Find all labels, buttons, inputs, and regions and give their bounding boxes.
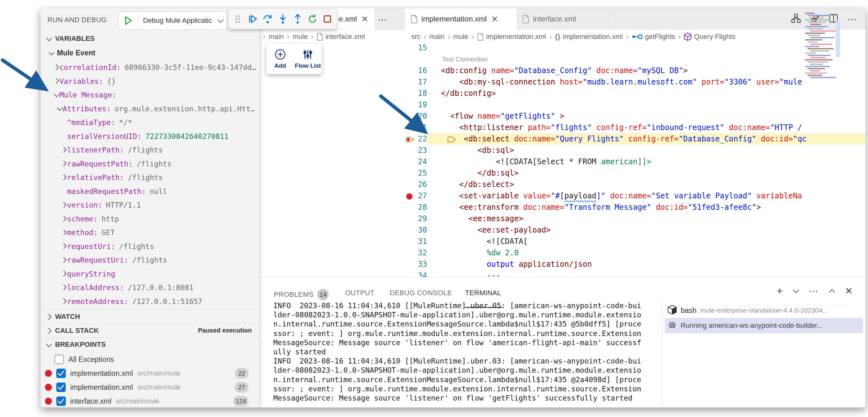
tree-label: Mule Event [57,49,95,57]
code-line-33[interactable]: 33 output application/json [405,259,865,270]
breadcrumb-separator: › [311,32,313,41]
variable-row-localaddress[interactable]: localAddress:/127.0.0.1:8081 [40,280,279,295]
variable-row-correlationid[interactable]: correlationId:68966330-3c5f-11ee-9c43-14… [40,60,271,75]
panel-tab-terminal[interactable]: TERMINAL [465,289,501,297]
more-actions-icon[interactable]: ⋯ [847,13,857,25]
breadcrumb-separator: › [287,32,289,41]
code-line-34[interactable]: 34 --- [405,270,865,277]
more-actions-icon[interactable]: ⋯ [378,14,388,25]
code-line-29[interactable]: 29 <ee:message> [405,213,865,224]
code-line-19[interactable]: 19 [405,99,865,111]
code-area[interactable]: 15Test Connection16<db:config name="Data… [405,42,865,277]
breadcrumb-item[interactable]: interface.xml [317,33,365,41]
code-line-26[interactable]: 26 </db:select> [405,179,865,190]
variable-row-scheme[interactable]: scheme:http [40,212,279,226]
code-line-25[interactable]: 25 </db:sql> [405,167,865,179]
code-line-17[interactable]: 17 <db:my-sql-connection host="mudb.lear… [405,76,865,88]
breadcrumb-item[interactable]: mule [292,33,308,41]
section-variables[interactable]: VARIABLES [40,32,259,46]
code-line-18[interactable]: 18</db:config> [405,88,865,99]
code-line-31[interactable]: 31 <![CDATA[ [405,236,865,247]
breakpoint-row[interactable]: implementation.xmlsrc/main/mule22 [40,366,259,380]
variable-row-listenerpath[interactable]: listenerPath:/flights [40,143,279,157]
breadcrumb-item[interactable]: implementation.xml [477,33,546,41]
variable-row-maskedrequestpath[interactable]: maskedRequestPath:null [40,184,279,198]
variable-row-attributes[interactable]: Attributes:org.mule.extension.http.api.H… [40,102,275,116]
all-exceptions-row[interactable]: All Exceptions [40,353,259,366]
breakpoint-row[interactable]: interface.xmlsrc/main/mule124 [40,394,259,408]
tab-implementation-xml[interactable]: implementation.xml ✕ [405,8,517,30]
breadcrumb-item[interactable]: Query Flights [684,33,736,41]
panel-tab-problems[interactable]: PROBLEMS14 [274,289,329,300]
terminal-item-1[interactable]: $bashmule-enterprise-standalone-4.4.0-20… [665,303,863,318]
drag-grip-icon[interactable] [233,13,243,24]
stop-icon[interactable] [322,13,332,24]
variable-row-serialversionuid[interactable]: serialVersionUID:7227330842640270811 [40,129,279,143]
step-into-icon[interactable] [278,13,287,24]
variable-row-mediatype[interactable]: ^mediaType:*/* [40,116,279,129]
close-panel-icon[interactable]: ✕ [845,286,853,296]
step-over-icon[interactable] [262,13,273,24]
launch-config-dropdown[interactable]: Debug Mule Applicatic [138,12,227,29]
flow-diagram-icon[interactable] [791,13,801,25]
minimap[interactable] [805,13,835,79]
breakpoint-row[interactable]: implementation.xmlsrc/main/mule27 [40,380,259,394]
variable-row-requesturi[interactable]: requestUri:/flights [40,239,279,254]
tab-interface-xml[interactable]: interface.xml [517,8,609,30]
variable-row-rawrequesturi[interactable]: rawRequestUri:/flights [40,253,279,267]
code-line-21[interactable]: 21 <http:listener path="flights" config-… [405,122,865,133]
continue-icon[interactable] [248,13,257,24]
breadcrumb-item[interactable]: main [269,33,284,41]
breadcrumb-item[interactable]: getFlights [632,33,675,41]
new-terminal-icon[interactable]: + [777,285,783,297]
variable-row-version[interactable]: version:HTTP/1.1 [40,198,279,212]
code-line-22[interactable]: 22 <db:select doc:name="Query Flights" c… [405,133,865,145]
section-call-stack[interactable]: CALL STACK Paused execution [40,323,259,337]
variable-row-method[interactable]: method:GET [40,226,279,239]
all-exceptions-checkbox[interactable] [54,355,64,364]
maximize-panel-icon[interactable] [830,288,834,295]
terminal-dropdown-icon[interactable] [794,290,798,292]
close-icon[interactable]: ✕ [361,14,369,24]
breadcrumb-item[interactable]: main [429,33,444,41]
panel-tab-output[interactable]: OUTPUT [345,289,375,297]
codelens[interactable]: Test Connection [405,54,865,65]
start-debug-button[interactable] [119,12,138,29]
breadcrumb-item[interactable]: src [411,33,421,41]
section-watch[interactable]: WATCH [40,309,259,323]
breakpoint-checkbox[interactable] [56,368,66,378]
variable-row-relativepath[interactable]: relativePath:/flights [40,171,279,184]
code-line-16[interactable]: 16<db:config name="Database_Config" doc:… [405,65,865,76]
panel-tab-debug-console[interactable]: DEBUG CONSOLE [390,289,452,297]
panel-more-icon[interactable]: ⋯ [809,286,819,296]
step-out-icon[interactable] [292,13,302,24]
breakpoint-checkbox[interactable] [56,383,66,392]
divider [662,300,663,406]
code-line-15[interactable]: 15 [405,42,865,54]
terminal-item-2[interactable]: Running american-ws-anypoint-code-builde… [665,318,863,333]
close-icon[interactable]: ✕ [491,14,499,24]
minimap-slider[interactable] [836,21,840,57]
breadcrumb-item[interactable]: mule [453,33,468,41]
restart-icon[interactable] [307,13,317,24]
terminal-output[interactable]: INFO 2023-08-16 11:04:34,610 [[MuleRunti… [273,301,659,403]
variable-row-querystring[interactable]: queryString [40,267,279,281]
breakpoint-checkbox[interactable] [56,396,66,406]
breadcrumb-item[interactable]: {}implementation.xml [555,33,623,41]
variable-row-variables[interactable]: Variables:{} [40,75,271,88]
code-line-20[interactable]: 20 <flow name="getFlights" > [405,111,865,122]
flow-list-button[interactable]: Flow List [294,44,322,74]
variable-row-remoteaddress[interactable]: remoteAddress:/127.0.0.1:51657 [40,295,279,308]
variable-row-mule message[interactable]: Mule Message: [40,88,271,102]
code-line-27[interactable]: 27 <set-variable value="#[payload]" doc:… [405,190,865,202]
code-line-32[interactable]: 32 %dw 2.0 [405,247,865,259]
section-breakpoints[interactable]: BREAKPOINTS [40,337,259,351]
code-line-23[interactable]: 23 <db:sql> [405,145,865,156]
debug-icon [668,320,677,331]
code-line-30[interactable]: 30 <ee:set-payload> [405,224,865,236]
code-line-28[interactable]: 28 <ee:transform doc:name="Transform Mes… [405,202,865,213]
tree-item-mule-event[interactable]: Mule Event [49,46,95,60]
variable-row-rawrequestpath[interactable]: rawRequestPath:/flights [40,157,279,171]
code-line-24[interactable]: 24 <![CDATA[Select * FROM american]]> [405,156,865,167]
panel-actions: + ⋯ ✕ [777,285,853,297]
